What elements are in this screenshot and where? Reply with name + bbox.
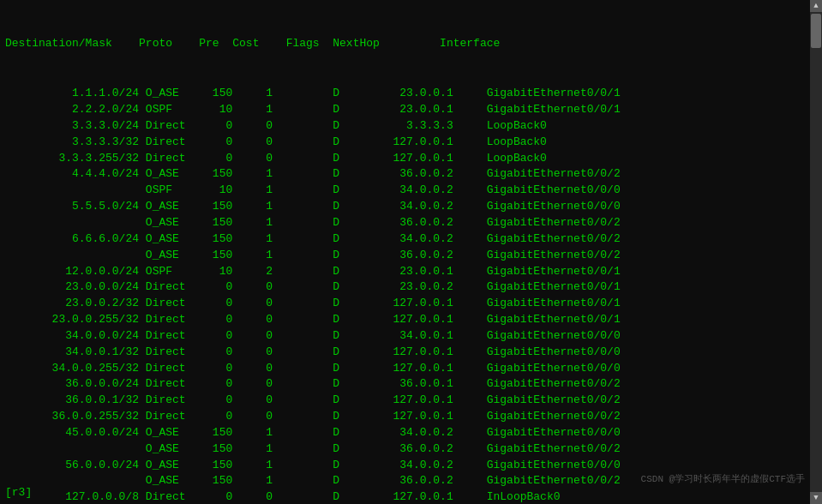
route-table: Destination/Mask Proto Pre Cost Flags Ne… bbox=[5, 3, 805, 504]
terminal: Destination/Mask Proto Pre Cost Flags Ne… bbox=[0, 0, 822, 504]
table-row: 56.0.0.0/24 O_ASE 150 1 D 34.0.0.2 Gigab… bbox=[5, 458, 805, 474]
table-row: 34.0.0.1/32 Direct 0 0 D 127.0.0.1 Gigab… bbox=[5, 345, 805, 361]
table-row: 3.3.3.0/24 Direct 0 0 D 3.3.3.3 LoopBack… bbox=[5, 118, 805, 135]
table-row: 45.0.0.0/24 O_ASE 150 1 D 34.0.0.2 Gigab… bbox=[5, 425, 805, 441]
table-row: O_ASE 150 1 D 36.0.0.2 GigabitEthernet0/… bbox=[5, 441, 805, 458]
scrollbar-track bbox=[810, 12, 822, 492]
table-row: 5.5.5.0/24 O_ASE 150 1 D 34.0.0.2 Gigabi… bbox=[5, 199, 805, 215]
table-row: 36.0.0.1/32 Direct 0 0 D 127.0.0.1 Gigab… bbox=[5, 393, 805, 409]
table-row: 1.1.1.0/24 O_ASE 150 1 D 23.0.0.1 Gigabi… bbox=[5, 86, 805, 102]
table-row: 4.4.4.0/24 O_ASE 150 1 D 36.0.0.2 Gigabi… bbox=[5, 166, 805, 183]
table-row: 34.0.0.0/24 Direct 0 0 D 34.0.0.1 Gigabi… bbox=[5, 328, 805, 345]
table-row: 23.0.0.255/32 Direct 0 0 D 127.0.0.1 Gig… bbox=[5, 312, 805, 328]
table-row: O_ASE 150 1 D 36.0.0.2 GigabitEthernet0/… bbox=[5, 215, 805, 231]
table-header: Destination/Mask Proto Pre Cost Flags Ne… bbox=[5, 36, 805, 52]
table-row: 3.3.3.3/32 Direct 0 0 D 127.0.0.1 LoopBa… bbox=[5, 135, 805, 151]
table-row: 6.6.6.0/24 O_ASE 150 1 D 34.0.0.2 Gigabi… bbox=[5, 231, 805, 248]
route-rows: 1.1.1.0/24 O_ASE 150 1 D 23.0.0.1 Gigabi… bbox=[5, 86, 805, 504]
table-row: 36.0.0.0/24 Direct 0 0 D 36.0.0.1 Gigabi… bbox=[5, 376, 805, 393]
table-row: 3.3.3.255/32 Direct 0 0 D 127.0.0.1 Loop… bbox=[5, 151, 805, 167]
scroll-down-arrow[interactable]: ▼ bbox=[810, 492, 822, 504]
table-row: 34.0.0.255/32 Direct 0 0 D 127.0.0.1 Gig… bbox=[5, 361, 805, 377]
table-row: 23.0.0.0/24 Direct 0 0 D 23.0.0.2 Gigabi… bbox=[5, 279, 805, 296]
table-row: OSPF 10 1 D 34.0.0.2 GigabitEthernet0/0/… bbox=[5, 183, 805, 199]
table-row: 36.0.0.255/32 Direct 0 0 D 127.0.0.1 Gig… bbox=[5, 409, 805, 425]
terminal-content: Destination/Mask Proto Pre Cost Flags Ne… bbox=[0, 0, 810, 504]
scrollbar-thumb[interactable] bbox=[811, 14, 821, 48]
watermark: CSDN @学习时长两年半的虚假CTF选手 bbox=[641, 472, 805, 485]
table-row: O_ASE 150 1 D 36.0.0.2 GigabitEthernet0/… bbox=[5, 248, 805, 264]
prompt: [r3] bbox=[5, 486, 32, 499]
table-row: 12.0.0.0/24 OSPF 10 2 D 23.0.0.1 Gigabit… bbox=[5, 264, 805, 280]
table-row: 2.2.2.0/24 OSPF 10 1 D 23.0.0.1 GigabitE… bbox=[5, 102, 805, 118]
scrollbar[interactable]: ▲ ▼ bbox=[810, 0, 822, 504]
table-row: 23.0.0.2/32 Direct 0 0 D 127.0.0.1 Gigab… bbox=[5, 296, 805, 312]
table-row: 127.0.0.0/8 Direct 0 0 D 127.0.0.1 InLoo… bbox=[5, 489, 805, 504]
scroll-up-arrow[interactable]: ▲ bbox=[810, 0, 822, 12]
